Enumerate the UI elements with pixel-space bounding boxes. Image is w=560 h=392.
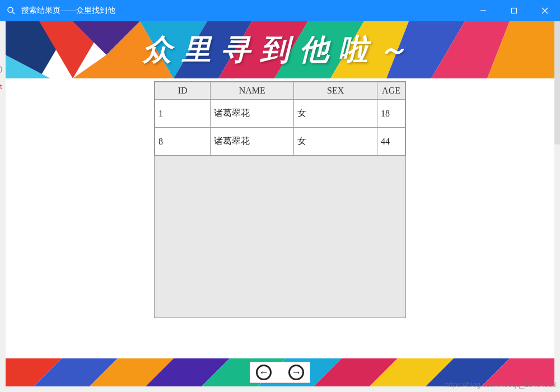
- arrow-left-icon: ←: [259, 367, 269, 379]
- table-row[interactable]: 8 诸葛翠花 女 44: [155, 128, 405, 156]
- close-button[interactable]: [529, 0, 560, 21]
- prev-page-button[interactable]: ←: [256, 365, 272, 380]
- cell-age: 44: [377, 128, 405, 156]
- scrollbar[interactable]: [554, 21, 560, 144]
- cell-age: 18: [377, 100, 405, 128]
- svg-rect-3: [511, 8, 516, 13]
- minimize-button[interactable]: [468, 0, 498, 21]
- cell-id: 8: [155, 128, 211, 156]
- table-row[interactable]: 1 诸葛翠花 女 18: [155, 100, 405, 128]
- svg-point-0: [8, 7, 13, 12]
- titlebar: 搜索结果页——众里找到他: [0, 0, 560, 21]
- window-title: 搜索结果页——众里找到他: [21, 6, 468, 16]
- page-heading: 众里寻到他啦～: [143, 30, 417, 69]
- maximize-button[interactable]: [498, 0, 529, 21]
- cell-name: 诸葛翠花: [211, 100, 294, 128]
- results-table-container: ID NAME SEX AGE 1 诸葛翠花 女 18 8: [154, 81, 406, 318]
- header-banner: 众里寻到他啦～: [6, 21, 554, 78]
- cell-name: 诸葛翠花: [211, 128, 294, 156]
- watermark-text: https://blog.csdn.net/qq_18404993: [445, 380, 557, 389]
- table-header-row: ID NAME SEX AGE: [155, 82, 405, 100]
- cell-sex: 女: [294, 128, 377, 156]
- col-header-name[interactable]: NAME: [211, 82, 294, 100]
- content-area: ID NAME SEX AGE 1 诸葛翠花 女 18 8: [6, 78, 554, 358]
- window-controls: [468, 0, 560, 21]
- search-icon: [7, 6, 16, 15]
- col-header-id[interactable]: ID: [155, 82, 211, 100]
- arrow-right-icon: →: [291, 367, 301, 379]
- col-header-sex[interactable]: SEX: [294, 82, 377, 100]
- cell-sex: 女: [294, 100, 377, 128]
- col-header-age[interactable]: AGE: [377, 82, 405, 100]
- pagination-controls: ← →: [250, 362, 310, 383]
- next-page-button[interactable]: →: [288, 365, 304, 380]
- cell-id: 1: [155, 100, 211, 128]
- results-table: ID NAME SEX AGE 1 诸葛翠花 女 18 8: [155, 82, 405, 156]
- svg-line-1: [12, 12, 15, 14]
- cropped-text: ): [0, 64, 4, 73]
- window-body: 众里寻到他啦～ ID NAME SEX AGE 1 诸葛翠花 女: [6, 21, 554, 386]
- cropped-text: t: [0, 82, 4, 91]
